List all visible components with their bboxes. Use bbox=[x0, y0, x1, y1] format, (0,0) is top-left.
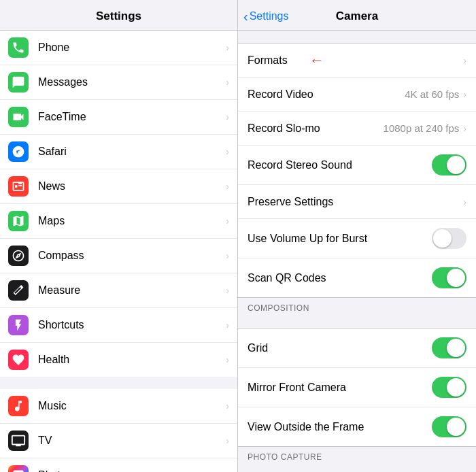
right-item-view-outside[interactable]: View Outside the Frame bbox=[238, 407, 476, 446]
settings-left-panel: Settings Phone›Messages›FaceTime›Safari›… bbox=[0, 0, 238, 472]
camera-settings-panel: ‹ Settings Camera Formats←›Record Video4… bbox=[238, 0, 476, 472]
record-stereo-label: Record Stereo Sound bbox=[248, 159, 432, 171]
sidebar-item-facetime[interactable]: FaceTime› bbox=[0, 100, 237, 135]
record-slomo-chevron-icon: › bbox=[463, 123, 466, 134]
section-header-composition: COMPOSITION bbox=[238, 298, 476, 316]
record-video-value: 4K at 60 fps bbox=[405, 88, 459, 100]
safari-chevron-icon: › bbox=[226, 146, 229, 157]
grid-toggle-knob bbox=[447, 339, 465, 357]
measure-chevron-icon: › bbox=[226, 285, 229, 296]
right-item-formats[interactable]: Formats←› bbox=[238, 44, 476, 78]
sidebar-item-music[interactable]: Music› bbox=[0, 389, 237, 424]
right-item-record-slomo[interactable]: Record Slo-mo1080p at 240 fps› bbox=[238, 112, 476, 146]
sidebar-item-messages[interactable]: Messages› bbox=[0, 65, 237, 100]
preserve-settings-label: Preserve Settings bbox=[248, 196, 463, 208]
formats-label: Formats bbox=[248, 54, 463, 67]
section-header-photo-capture: PHOTO CAPTURE bbox=[238, 447, 476, 465]
messages-chevron-icon: › bbox=[226, 77, 229, 88]
record-slomo-label: Record Slo-mo bbox=[248, 122, 384, 135]
settings-list: Phone›Messages›FaceTime›Safari›News›Maps… bbox=[0, 31, 237, 472]
sidebar-item-news[interactable]: News› bbox=[0, 169, 237, 204]
back-button[interactable]: ‹ Settings bbox=[243, 9, 288, 24]
formats-red-arrow: ← bbox=[309, 52, 324, 69]
tv-label: TV bbox=[38, 435, 226, 447]
record-slomo-value: 1080p at 240 fps bbox=[384, 122, 460, 134]
left-panel-title: Settings bbox=[96, 10, 141, 22]
sidebar-item-shortcuts[interactable]: Shortcuts› bbox=[0, 308, 237, 343]
sidebar-item-photos[interactable]: Photos› bbox=[0, 458, 237, 472]
measure-label: Measure bbox=[38, 284, 226, 297]
view-outside-label: View Outside the Frame bbox=[248, 421, 432, 433]
record-video-label: Record Video bbox=[248, 88, 405, 101]
tv-chevron-icon: › bbox=[226, 435, 229, 446]
right-panel-header: ‹ Settings Camera bbox=[238, 0, 476, 31]
right-item-volume-burst[interactable]: Use Volume Up for Burst bbox=[238, 219, 476, 258]
facetime-chevron-icon: › bbox=[226, 112, 229, 122]
volume-burst-label: Use Volume Up for Burst bbox=[248, 233, 432, 245]
sidebar-item-maps[interactable]: Maps› bbox=[0, 204, 237, 239]
grid-toggle[interactable] bbox=[432, 337, 466, 358]
formats-chevron-icon: › bbox=[463, 55, 466, 66]
scan-qr-toggle-knob bbox=[447, 269, 465, 287]
sidebar-item-phone[interactable]: Phone› bbox=[0, 31, 237, 65]
maps-label: Maps bbox=[38, 215, 226, 227]
view-outside-toggle-knob bbox=[447, 418, 465, 436]
scan-qr-toggle[interactable] bbox=[432, 267, 466, 288]
sidebar-item-tv[interactable]: TV› bbox=[0, 424, 237, 458]
right-item-scan-qr[interactable]: Scan QR Codes bbox=[238, 258, 476, 297]
messages-icon bbox=[8, 72, 29, 92]
scan-qr-label: Scan QR Codes bbox=[248, 272, 432, 284]
mirror-front-label: Mirror Front Camera bbox=[248, 382, 432, 394]
safari-label: Safari bbox=[38, 146, 226, 158]
right-item-mirror-front[interactable]: Mirror Front Camera bbox=[238, 368, 476, 407]
compass-icon bbox=[8, 246, 29, 266]
maps-icon bbox=[8, 211, 29, 231]
sidebar-item-measure[interactable]: Measure› bbox=[0, 273, 237, 308]
settings-group: Music›TV›Photos›Camera←›Podcasts›Game Ce… bbox=[0, 389, 237, 472]
messages-label: Messages bbox=[38, 76, 226, 88]
preserve-settings-chevron-icon: › bbox=[463, 197, 466, 207]
back-chevron-icon: ‹ bbox=[243, 9, 248, 24]
news-icon bbox=[8, 176, 29, 197]
news-chevron-icon: › bbox=[226, 181, 229, 192]
volume-burst-toggle[interactable] bbox=[432, 228, 466, 249]
facetime-icon bbox=[8, 107, 29, 127]
mirror-front-toggle[interactable] bbox=[432, 377, 466, 398]
health-icon bbox=[8, 350, 29, 370]
record-stereo-toggle[interactable] bbox=[432, 154, 466, 175]
record-video-chevron-icon: › bbox=[463, 89, 466, 100]
music-chevron-icon: › bbox=[226, 401, 229, 411]
measure-icon bbox=[8, 280, 29, 301]
photos-icon bbox=[8, 465, 29, 472]
sidebar-item-health[interactable]: Health› bbox=[0, 343, 237, 377]
safari-icon bbox=[8, 141, 29, 162]
right-content: Formats←›Record Video4K at 60 fps›Record… bbox=[238, 31, 476, 472]
music-icon bbox=[8, 396, 29, 416]
news-label: News bbox=[38, 180, 226, 192]
right-item-preserve-settings[interactable]: Preserve Settings› bbox=[238, 185, 476, 219]
back-label: Settings bbox=[250, 10, 289, 22]
right-item-grid[interactable]: Grid bbox=[238, 328, 476, 368]
right-item-record-video[interactable]: Record Video4K at 60 fps› bbox=[238, 78, 476, 112]
shortcuts-icon bbox=[8, 315, 29, 335]
shortcuts-chevron-icon: › bbox=[226, 320, 229, 331]
tv-icon bbox=[8, 431, 29, 451]
sidebar-item-compass[interactable]: Compass› bbox=[0, 239, 237, 273]
right-item-record-stereo[interactable]: Record Stereo Sound bbox=[238, 146, 476, 185]
phone-label: Phone bbox=[38, 41, 226, 54]
music-label: Music bbox=[38, 400, 226, 412]
right-panel-title: Camera bbox=[336, 10, 378, 23]
photos-label: Photos bbox=[38, 469, 226, 472]
health-chevron-icon: › bbox=[226, 354, 229, 365]
compass-label: Compass bbox=[38, 250, 226, 262]
settings-group: Phone›Messages›FaceTime›Safari›News›Maps… bbox=[0, 31, 237, 377]
view-outside-toggle[interactable] bbox=[432, 416, 466, 437]
facetime-label: FaceTime bbox=[38, 111, 226, 123]
mirror-front-toggle-knob bbox=[447, 378, 465, 397]
maps-chevron-icon: › bbox=[226, 216, 229, 226]
sidebar-item-safari[interactable]: Safari› bbox=[0, 135, 237, 169]
grid-label: Grid bbox=[248, 342, 432, 354]
left-panel-header: Settings bbox=[0, 0, 237, 31]
health-label: Health bbox=[38, 354, 226, 366]
right-section-0: Formats←›Record Video4K at 60 fps›Record… bbox=[238, 43, 476, 298]
